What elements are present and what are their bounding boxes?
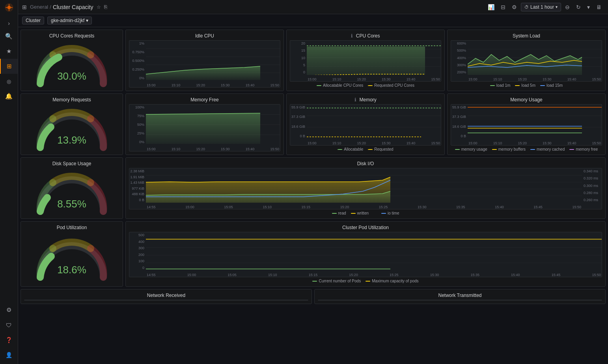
disk-space-usage-panel: Disk Space Usage 8.55%: [21, 157, 123, 219]
cpu-cores-requests-title: CPU Cores Requests: [49, 33, 95, 39]
memory-gauge-svg: 13.9%: [32, 104, 111, 151]
network-tx-x-axis: 14:55 15:00 15:10 15:20 15:30 15:40 15:5…: [335, 300, 602, 300]
cpu-cores-svg: [307, 41, 441, 75]
clock-icon: ⏱: [524, 5, 529, 9]
system-load-chart: 600% 500% 400% 300% 200%: [451, 40, 602, 82]
idle-cpu-title: Idle CPU: [129, 33, 280, 39]
cluster-pod-svg: [146, 232, 602, 271]
cpu-cores-panel: ℹ CPU Cores 20 15 10 5 0: [286, 30, 445, 91]
cluster-pod-x-axis: 14:55 15:00 15:05 15:10 15:15 15:20 15:2…: [146, 273, 602, 277]
cpu-cores-chart: 20 15 10 5 0: [290, 40, 441, 82]
idle-cpu-panel: Idle CPU 1% 0.750% 0.500% 0.250% 0%: [125, 30, 284, 91]
svg-marker-11: [146, 66, 260, 80]
disk-io-panel: Disk I/O 2.38 MiB 1.91 MiB 1.43 MiB 977 …: [125, 157, 606, 219]
refresh-dropdown-btn[interactable]: ▾: [585, 2, 592, 12]
grid-icon: ⊞: [22, 4, 27, 10]
sidebar-item-search[interactable]: 🔍: [0, 29, 18, 44]
info-icon[interactable]: ℹ: [351, 33, 353, 39]
network-received-y-axis: 2.53 MiB 2.48 MiB 2.43 MiB 2.38 MiB 2.34…: [24, 300, 41, 301]
breadcrumb-home[interactable]: General: [30, 4, 48, 10]
memory-usage-legend: memory usage memory buffers memory cache…: [451, 147, 602, 151]
share-icon[interactable]: ⎘: [104, 4, 107, 10]
sidebar-toggle[interactable]: ›: [6, 18, 12, 29]
system-load-y-axis: 600% 500% 400% 300% 200%: [451, 41, 468, 75]
memory-free-panel: Memory Free 100% 75% 50% 25% 0%: [125, 93, 284, 155]
legend-requested-cpu: Requested CPU Cores: [368, 83, 414, 88]
network-received-chart: 2.53 MiB 2.48 MiB 2.43 MiB 2.38 MiB 2.34…: [24, 300, 308, 301]
legend-allocatable: Allocatable: [338, 147, 363, 151]
refresh-btn[interactable]: ↻: [574, 2, 583, 12]
zoom-out-btn[interactable]: ⊖: [563, 2, 572, 12]
sidebar: › 🔍 ★ ⊞ ◎ 🔔 ⚙ 🛡 ❓ 👤: [0, 0, 18, 364]
legend-current-pods: Current number of Pods: [312, 279, 361, 283]
memory-usage-panel: Memory Usage 55.9 GiB 37.3 GiB 18.6 GiB …: [447, 93, 606, 155]
memory-free-chart: 100% 75% 50% 25% 0%: [129, 104, 280, 151]
time-range-label: Last 1 hour: [530, 4, 554, 10]
legend-load15m: load 15m: [540, 83, 563, 88]
disk-io-legend: read written io time: [129, 211, 602, 215]
svg-marker-15: [307, 47, 425, 75]
sidebar-item-alerting[interactable]: 🔔: [0, 89, 18, 104]
idle-cpu-y-axis: 1% 0.750% 0.500% 0.250% 0%: [129, 41, 146, 81]
cpu-cores-legend: Allocatable CPU Cores Requested CPU Core…: [290, 83, 441, 88]
network-received-title: Network Received: [24, 293, 308, 298]
system-load-title: System Load: [451, 33, 602, 39]
row-1: CPU Cores Requests 30.0% Idle CPU: [21, 30, 606, 91]
system-load-panel: System Load 600% 500% 400% 300% 200%: [447, 30, 606, 91]
sidebar-item-shield[interactable]: 🛡: [2, 317, 15, 332]
network-received-panel: Network Received 2.53 MiB 2.48 MiB 2.43 …: [21, 289, 312, 304]
disk-io-chart: 2.38 MiB 1.91 MiB 1.43 MiB 977 KiB 488 K…: [129, 168, 602, 209]
legend-written: written: [351, 211, 369, 215]
idle-cpu-x-axis: 15:00 15:10 15:20 15:30 15:40 15:50: [146, 83, 280, 87]
disk-gauge-svg: 8.55%: [32, 168, 111, 215]
legend-mem-buffers: memory buffers: [492, 147, 526, 151]
bar-chart-btn[interactable]: 📊: [485, 2, 497, 12]
system-load-legend: load 1m load 5m load 15m: [451, 83, 602, 88]
legend-allocatable-cpu: Allocatable CPU Cores: [317, 83, 363, 88]
cluster-pod-util-panel: Cluster Pod Utilization 500 400 300 200 …: [125, 221, 606, 287]
sidebar-item-help[interactable]: ❓: [2, 332, 15, 347]
memory-chart: 55.9 GiB 37.3 GiB 18.6 GiB 0 B: [290, 104, 441, 146]
disk-space-title: Disk Space Usage: [52, 161, 91, 166]
breadcrumb-sep: /: [50, 4, 51, 10]
display-btn[interactable]: 🖥: [594, 2, 604, 12]
memory-usage-chart: 55.9 GiB 37.3 GiB 18.6 GiB 0 B: [451, 104, 602, 146]
settings-btn[interactable]: ⚙: [509, 2, 519, 12]
cluster-pod-util-chart: 500 400 300 200 100 0: [129, 232, 602, 277]
sidebar-item-dashboards[interactable]: ⊞: [0, 59, 18, 74]
pod-utilization-title: Pod Utilization: [57, 225, 87, 230]
sidebar-item-config[interactable]: ⚙: [2, 302, 15, 317]
memory-requests-panel: Memory Requests 13.9%: [21, 93, 123, 155]
svg-marker-25: [146, 113, 260, 144]
svg-text:8.55%: 8.55%: [57, 198, 86, 210]
memory-info-icon[interactable]: ℹ: [354, 97, 356, 103]
legend-io-time: io time: [381, 211, 399, 215]
memory-requests-title: Memory Requests: [52, 97, 91, 103]
network-transmitted-panel: Network Transmitted 4.15 MiB 4.10 MiB 4.…: [314, 289, 606, 304]
sidebar-item-explore[interactable]: ◎: [0, 74, 18, 89]
legend-max-pods: Maximum capacity of pods: [366, 279, 418, 283]
legend-requested: Requested: [368, 147, 393, 151]
svg-text:30.0%: 30.0%: [57, 70, 86, 82]
memory-usage-title: Memory Usage: [451, 97, 602, 103]
table-btn[interactable]: ⊟: [498, 2, 508, 12]
memory-usage-svg: [468, 105, 602, 139]
sidebar-bottom: ⚙ 🛡 ❓ 👤: [2, 302, 15, 364]
legend-load1m: load 1m: [490, 83, 511, 88]
memory-x-axis: 15:00 15:10 15:20 15:30 15:40 15:50: [307, 141, 441, 145]
row-4: Pod Utilization 18.6% Cluster Pod Utiliz…: [21, 221, 606, 287]
grafana-logo: [2, 0, 17, 16]
sidebar-item-starred[interactable]: ★: [0, 44, 18, 59]
star-icon[interactable]: ☆: [97, 4, 101, 10]
network-transmitted-chart: 4.15 MiB 4.10 MiB 4.05 MiB 4.01 MiB 3.96…: [318, 300, 602, 301]
memory-usage-y-axis: 55.9 GiB 37.3 GiB 18.6 GiB 0 B: [451, 105, 468, 139]
disk-io-title: Disk I/O: [129, 161, 602, 166]
disk-io-svg: [146, 168, 582, 203]
top-bar-left: ⊞ General / Cluster Capacity ☆ ⎘: [22, 4, 482, 10]
time-range-picker[interactable]: ⏱ Last 1 hour ▾: [521, 3, 561, 11]
cluster-filter-dropdown[interactable]: gke-admin-d2jkf ▾: [47, 17, 92, 24]
memory-y-axis: 55.9 GiB 37.3 GiB 18.6 GiB 0 B: [290, 105, 307, 139]
sidebar-item-user[interactable]: 👤: [2, 347, 15, 362]
legend-mem-free: memory free: [569, 147, 598, 151]
breadcrumb-page: Cluster Capacity: [53, 4, 93, 10]
